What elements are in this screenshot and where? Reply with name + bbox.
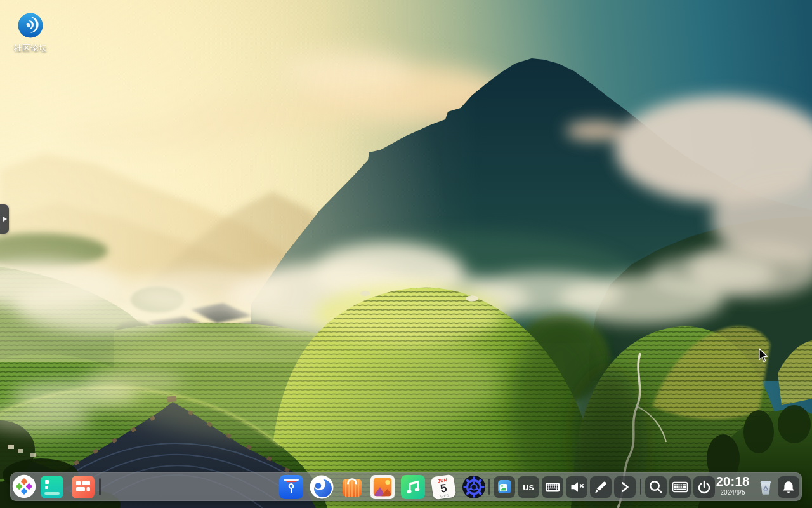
dock: JUN 5 WED — [10, 472, 802, 501]
tray-power[interactable] — [693, 476, 715, 498]
tray-input-keyboard[interactable] — [542, 476, 563, 498]
tray-search[interactable] — [645, 476, 667, 498]
wallpaper — [0, 0, 812, 508]
side-panel-handle[interactable] — [0, 204, 9, 234]
desktop: 社区论坛 — [0, 0, 812, 508]
onscreen-keyboard-icon — [669, 476, 691, 498]
calendar-day: 5 — [440, 481, 448, 493]
browser-icon — [310, 475, 334, 499]
multitasking-view-button[interactable] — [41, 476, 63, 498]
chevron-right-icon — [614, 476, 636, 498]
app-store-icon — [340, 475, 364, 499]
tray-expand[interactable] — [614, 476, 636, 498]
search-icon — [645, 476, 667, 498]
tray-screen-capture[interactable] — [494, 476, 515, 498]
dock-icon-browser[interactable] — [310, 475, 334, 499]
launcher-grid-icon — [12, 474, 36, 499]
tray-onscreen-keyboard[interactable] — [669, 476, 691, 498]
dock-icon-control-center[interactable] — [462, 475, 486, 499]
clock-time: 20:18 — [713, 474, 752, 489]
clock-date: 2024/6/5 — [713, 489, 752, 496]
volume-muted-icon — [566, 476, 587, 498]
dock-icon-app-store[interactable] — [340, 475, 364, 499]
launcher-button[interactable] — [12, 474, 36, 498]
desktop-icon-community-forum[interactable]: 社区论坛 — [5, 13, 56, 54]
bell-icon — [778, 476, 799, 498]
calendar-weekday: WED — [440, 493, 449, 498]
dock-icon-gallery[interactable] — [370, 475, 395, 499]
keyboard-layout-badge: us — [523, 481, 534, 492]
input-keyboard-icon — [542, 476, 563, 498]
tray-pen[interactable] — [590, 476, 612, 498]
tray-notifications[interactable] — [778, 476, 799, 498]
multitasking-icon — [41, 476, 63, 498]
dock-separator — [640, 479, 641, 495]
dock-icon-calendar[interactable]: JUN 5 WED — [432, 476, 455, 498]
chevron-right-icon — [3, 217, 7, 222]
tray-keyboard-layout[interactable]: us — [518, 476, 539, 498]
community-forum-logo-icon — [18, 13, 43, 38]
dock-separator — [488, 479, 490, 495]
power-icon — [693, 476, 715, 498]
clock[interactable]: 20:18 2024/6/5 — [713, 474, 752, 496]
music-icon — [401, 475, 425, 499]
mouse-cursor — [759, 348, 769, 363]
desktop-icon-label: 社区论坛 — [5, 43, 56, 54]
trash-recycle-icon — [755, 476, 776, 498]
screen-capture-icon — [498, 480, 511, 493]
file-manager-icon — [279, 475, 303, 499]
gallery-icon — [370, 475, 395, 499]
dock-icon-file-manager[interactable] — [279, 475, 303, 499]
calendar-icon: JUN 5 WED — [431, 474, 457, 500]
desktop-dashboard-button[interactable] — [72, 476, 95, 498]
tray-volume[interactable] — [566, 476, 587, 498]
tray-trash[interactable] — [755, 476, 776, 498]
dashboard-icon — [72, 476, 95, 498]
gear-icon — [462, 475, 486, 499]
dock-icon-music[interactable] — [401, 475, 425, 499]
dock-text-caret — [99, 478, 101, 495]
pen-icon — [590, 476, 612, 498]
